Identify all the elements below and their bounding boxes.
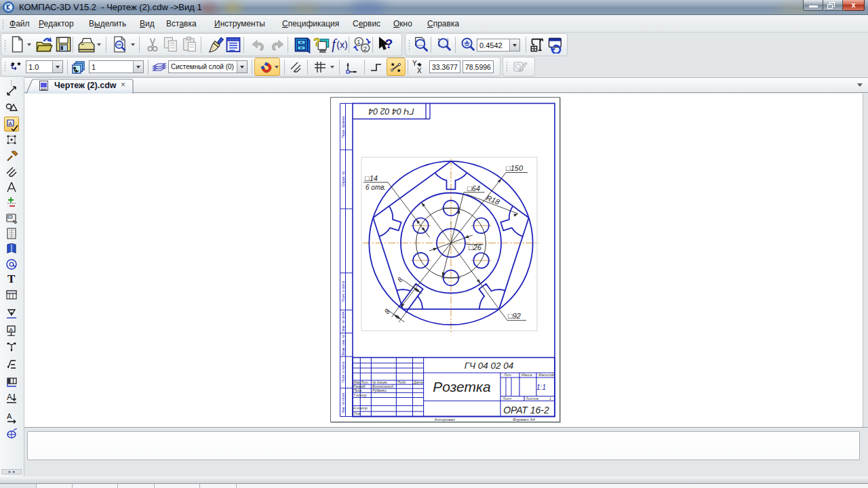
svg-text:Масса: Масса (521, 373, 532, 377)
svg-text:Подп. и дата: Подп. и дата (341, 281, 345, 302)
svg-text:ГЧ 04 02 04: ГЧ 04 02 04 (368, 106, 414, 116)
svg-text:Подп.: Подп. (397, 380, 407, 384)
svg-text:2: 2 (363, 45, 367, 52)
svg-text:1: 1 (549, 396, 551, 401)
svg-text:1:1: 1:1 (536, 384, 546, 391)
svg-text:A: A (7, 412, 12, 420)
svg-text:ОРАТ 16-2: ОРАТ 16-2 (503, 405, 549, 415)
svg-text:Листов: Листов (525, 396, 538, 401)
svg-text:□92: □92 (508, 312, 521, 320)
svg-text:8: 8 (383, 308, 391, 315)
svg-text:□14: □14 (365, 174, 378, 182)
svg-text:Розетка: Розетка (433, 379, 490, 394)
svg-text:Утв.: Утв. (353, 411, 361, 415)
svg-text:□26: □26 (469, 243, 482, 251)
svg-text:?: ? (313, 36, 320, 49)
svg-text:Лист: Лист (502, 396, 512, 401)
svg-text:1: 1 (357, 38, 360, 45)
svg-text:6 отв.: 6 отв. (366, 184, 386, 191)
svg-text:Формат А4: Формат А4 (513, 418, 535, 422)
svg-text:?: ? (385, 37, 393, 51)
svg-text:ГЧ 04 02 04: ГЧ 04 02 04 (465, 361, 514, 371)
svg-text:A: A (7, 392, 12, 402)
svg-text:Т.контр.: Т.контр. (353, 393, 368, 397)
svg-text:Пров.: Пров. (353, 388, 363, 392)
svg-text:A: A (9, 327, 14, 333)
svg-text:Взам. инв. №: Взам. инв. № (341, 334, 345, 356)
svg-text:Инв. № подл.: Инв. № подл. (341, 392, 345, 413)
svg-text:(x): (x) (336, 39, 348, 50)
svg-text:A: A (9, 121, 13, 127)
svg-text:Справ. №: Справ. № (341, 171, 345, 186)
svg-text:X: X (417, 67, 422, 75)
svg-text:Копировал: Копировал (435, 418, 455, 422)
svg-text:□64: □64 (467, 184, 480, 192)
svg-text:Рубанец: Рубанец (372, 388, 387, 392)
svg-text:Инв. № дубл.: Инв. № дубл. (341, 311, 345, 332)
svg-text:T: T (7, 272, 16, 285)
svg-text:Масштаб: Масштаб (538, 373, 555, 377)
svg-text:8: 8 (396, 276, 404, 283)
svg-text:Н.контр.: Н.контр. (353, 406, 368, 410)
svg-text:Y: Y (412, 60, 417, 67)
svg-text:Перв. примен.: Перв. примен. (341, 115, 345, 138)
svg-text:Дата: Дата (413, 380, 423, 384)
svg-text:Подп. и дата: Подп. и дата (341, 361, 345, 383)
svg-text:Лит.: Лит. (503, 373, 512, 377)
svg-text:□150: □150 (506, 164, 524, 172)
